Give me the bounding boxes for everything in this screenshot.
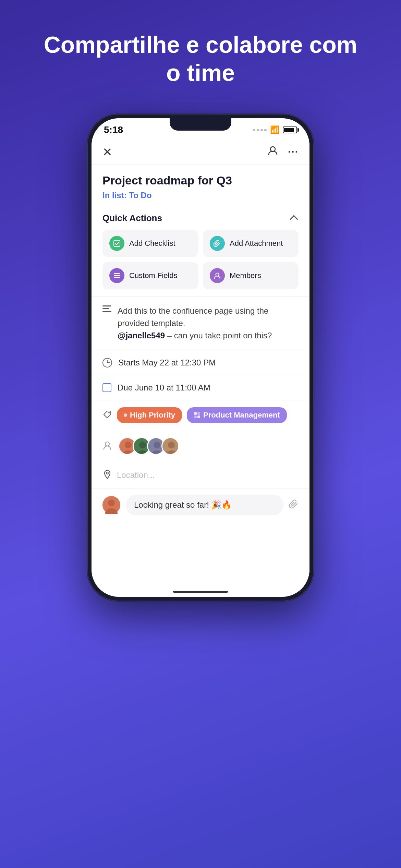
add-attachment-icon xyxy=(210,236,225,251)
high-priority-label: High Priority xyxy=(130,411,175,420)
svg-point-13 xyxy=(125,442,132,448)
due-date-row[interactable]: Due June 10 at 11:00 AM xyxy=(92,375,309,400)
svg-point-22 xyxy=(168,442,175,448)
svg-rect-4 xyxy=(114,277,120,278)
svg-point-19 xyxy=(154,442,160,448)
custom-fields-label: Custom Fields xyxy=(129,271,178,280)
svg-point-6 xyxy=(108,412,110,413)
signal-icon xyxy=(253,129,267,131)
comment-attach-button[interactable] xyxy=(289,499,299,511)
collapse-quick-actions-button[interactable] xyxy=(289,214,299,223)
location-placeholder: Location... xyxy=(117,470,155,480)
add-checklist-label: Add Checklist xyxy=(129,239,175,248)
location-icon xyxy=(102,470,112,481)
svg-rect-8 xyxy=(197,412,200,415)
comment-input[interactable]: Looking great so far! 🎉🔥 xyxy=(126,495,283,515)
quick-actions-section: Quick Actions Add Checklist xyxy=(92,206,309,297)
members-button[interactable]: Members xyxy=(203,262,299,289)
product-tag-icon xyxy=(194,412,200,419)
product-management-tag[interactable]: Product Management xyxy=(187,407,287,423)
status-time: 5:18 xyxy=(104,124,123,135)
svg-rect-7 xyxy=(194,412,197,415)
svg-rect-2 xyxy=(114,273,120,274)
top-nav: ✕ ··· xyxy=(92,138,309,165)
add-attachment-label: Add Attachment xyxy=(230,239,283,248)
description-text: Add this to the confluence page using th… xyxy=(118,305,299,342)
members-row-icon xyxy=(102,441,112,451)
app-content: ✕ ··· Project roadmap for Q3 In list: To… xyxy=(92,138,309,593)
svg-point-24 xyxy=(106,472,108,474)
tags-row: High Priority Product Management xyxy=(92,400,309,430)
description-row: Add this to the confluence page using th… xyxy=(92,297,309,350)
add-attachment-button[interactable]: Add Attachment xyxy=(203,230,299,257)
description-icon xyxy=(102,305,111,312)
battery-icon xyxy=(283,126,297,133)
start-date-row[interactable]: Starts May 22 at 12:30 PM xyxy=(92,350,309,375)
tags-icon xyxy=(102,410,112,421)
svg-point-16 xyxy=(139,442,146,448)
quick-actions-grid: Add Checklist Add Attachment xyxy=(102,230,299,289)
svg-point-26 xyxy=(108,499,115,506)
avatar-4[interactable] xyxy=(161,437,179,455)
task-list-ref: In list: To Do xyxy=(102,191,299,200)
comment-avatar xyxy=(102,496,120,514)
comment-row: Looking great so far! 🎉🔥 xyxy=(92,489,309,521)
svg-rect-1 xyxy=(114,240,120,246)
location-row[interactable]: Location... xyxy=(92,462,309,489)
wifi-icon: 📶 xyxy=(270,125,279,134)
add-checklist-button[interactable]: Add Checklist xyxy=(102,230,198,257)
due-date-text: Due June 10 at 11:00 AM xyxy=(118,383,210,393)
status-icons: 📶 xyxy=(253,125,297,134)
start-date-text: Starts May 22 at 12:30 PM xyxy=(118,358,216,367)
task-title: Project roadmap for Q3 xyxy=(102,173,299,188)
priority-dot xyxy=(124,413,127,417)
members-icon xyxy=(210,268,225,283)
more-options-button[interactable]: ··· xyxy=(288,146,299,158)
svg-rect-9 xyxy=(194,415,197,418)
task-header: Project roadmap for Q3 In list: To Do xyxy=(92,165,309,206)
quick-actions-title: Quick Actions xyxy=(102,213,162,224)
product-management-label: Product Management xyxy=(203,411,280,420)
hero-title: Compartilhe e colabore com o time xyxy=(0,31,401,87)
home-indicator xyxy=(173,591,228,593)
avatar-group xyxy=(118,437,179,455)
close-button[interactable]: ✕ xyxy=(102,145,112,159)
members-row xyxy=(92,430,309,462)
svg-point-11 xyxy=(105,442,109,446)
phone-frame: 5:18 📶 ✕ xyxy=(87,114,314,601)
custom-fields-icon xyxy=(109,268,124,283)
custom-fields-button[interactable]: Custom Fields xyxy=(102,262,198,289)
add-checklist-icon xyxy=(109,236,124,251)
clock-icon xyxy=(102,358,112,367)
due-date-icon xyxy=(102,383,111,392)
high-priority-tag[interactable]: High Priority xyxy=(117,407,182,423)
svg-rect-3 xyxy=(114,275,120,276)
members-label: Members xyxy=(230,271,261,280)
svg-rect-10 xyxy=(197,415,200,418)
notch xyxy=(170,118,231,131)
assign-member-button[interactable] xyxy=(267,145,278,159)
